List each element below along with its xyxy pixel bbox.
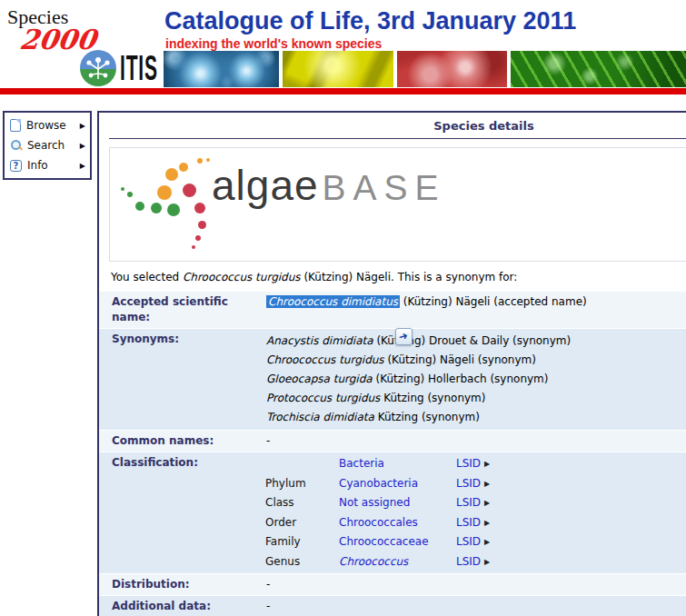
rank-label: Order <box>254 515 339 531</box>
row-label: Additional data: <box>99 596 254 616</box>
logo-dot <box>195 235 201 241</box>
lsid-arrow-icon: ▶ <box>484 476 490 492</box>
itis-globe-plant-icon <box>80 50 116 86</box>
submenu-arrow-icon: ▶ <box>80 142 85 150</box>
taxon-link[interactable]: Bacteria <box>339 456 456 472</box>
sidebar-item-search[interactable]: Search ▶ <box>5 135 90 155</box>
species2000-logo[interactable]: Species 2000 <box>7 5 96 55</box>
logo-dot <box>179 163 188 172</box>
synonym-item: Chroococcus turgidus (Kützing) Nägeli (s… <box>266 351 686 370</box>
row-label: Classification: <box>99 452 254 573</box>
taxon-link[interactable]: Chroococcales <box>339 515 456 531</box>
distribution-value: - <box>254 574 686 595</box>
lsid-link[interactable]: LSID▶ <box>456 534 490 550</box>
classification-grid: Bacteria LSID▶ Phylum Cyanobacteria LSID… <box>254 452 686 573</box>
lsid-link[interactable]: LSID▶ <box>456 476 490 492</box>
common-names-row: Common names: - <box>99 431 686 452</box>
accepted-name-row: Accepted scientific name: Chroococcus di… <box>99 292 686 328</box>
lsid-link[interactable]: LSID▶ <box>456 554 490 570</box>
banner-photo-squid <box>397 51 507 87</box>
selection-summary: You selected Chroococcus turgidus (Kützi… <box>111 271 686 283</box>
plant-icon <box>85 55 112 82</box>
banner-photo-plankton <box>164 51 279 87</box>
rank-label: Genus <box>254 554 339 570</box>
row-label: Accepted scientific name: <box>99 292 254 328</box>
synonyms-list: ➜ Anacystis dimidiata (Kützing) Drouet &… <box>254 329 686 430</box>
lsid-arrow-icon: ▶ <box>484 554 490 570</box>
intro-suffix: (Kützing) Nägeli. This is a synonym for: <box>301 271 518 283</box>
lsid-arrow-icon: ▶ <box>484 456 490 472</box>
classification-phylum-row: Phylum Cyanobacteria LSID▶ <box>254 474 686 494</box>
logo-dot <box>197 158 203 164</box>
panel-header: Species details <box>109 113 686 139</box>
highlighted-species-name[interactable]: Chroococcus dimidiatus <box>266 295 400 308</box>
row-label: Distribution: <box>99 574 254 595</box>
sidebar-item-label: Browse <box>26 119 80 132</box>
algaebase-logo[interactable]: algae BASE <box>109 147 686 262</box>
magnifier-icon <box>10 139 22 152</box>
logo-dot <box>135 202 144 211</box>
distribution-row: Distribution: - <box>99 574 686 595</box>
rank-label: Family <box>254 534 339 550</box>
common-names-value: - <box>254 431 686 452</box>
question-icon: ? <box>10 160 22 172</box>
catalogue-of-life-page: Species 2000 ITIS Catalogue of Life, 3rd… <box>0 0 686 616</box>
additional-data-row: Additional data: - <box>99 596 686 616</box>
logo-dot <box>167 204 180 216</box>
taxon-link[interactable]: Chroococcaceae <box>339 534 456 550</box>
page-tagline: indexing the world's known species <box>165 36 382 51</box>
classification-family-row: Family Chroococcaceae LSID▶ <box>254 532 686 552</box>
logo-dot <box>151 203 162 214</box>
taxon-link[interactable]: Not assigned <box>339 495 456 511</box>
logo-text-algae: algae <box>212 161 319 210</box>
logo-dot <box>198 221 206 229</box>
document-icon <box>10 119 21 132</box>
logo-dot <box>206 158 210 162</box>
synonyms-row: Synonyms: ➜ Anacystis dimidiata (Kützing… <box>99 329 686 430</box>
submenu-arrow-icon: ▶ <box>80 122 85 130</box>
itis-logo[interactable]: ITIS <box>80 50 169 86</box>
taxon-link[interactable]: Cyanobacteria <box>339 476 456 492</box>
sidebar-menu: Browse ▶ Search ▶ ? Info ▶ <box>3 111 92 180</box>
logo-dot <box>194 203 205 214</box>
submenu-arrow-icon: ▶ <box>80 162 85 170</box>
synonym-item: Trochiscia dimidiata Kützing (synonym) <box>266 408 686 427</box>
selected-species-name: Chroococcus turgidus <box>183 271 301 283</box>
classification-order-row: Order Chroococcales LSID▶ <box>254 513 686 533</box>
synonym-item: Protococcus turgidus Kützing (synonym) <box>266 389 686 408</box>
accepted-name-value: Chroococcus dimidiatus (Kützing) Nägeli … <box>254 292 686 328</box>
accelerator-icon[interactable]: ➜ <box>395 328 413 345</box>
header-divider-bar <box>0 88 686 94</box>
banner-photo-butterfly <box>283 51 393 87</box>
lsid-link[interactable]: LSID▶ <box>456 495 490 511</box>
taxon-link[interactable]: Chroococcus <box>339 554 456 570</box>
additional-data-value: - <box>254 596 686 616</box>
logo-text-base: BASE <box>323 168 446 208</box>
sidebar-item-browse[interactable]: Browse ▶ <box>5 115 90 135</box>
page-title: Catalogue of Life, 3rd January 2011 <box>164 7 576 35</box>
species-details-table: Accepted scientific name: Chroococcus di… <box>99 292 686 616</box>
lsid-arrow-icon: ▶ <box>484 534 490 550</box>
species-details-panel: Species details algae BASE You select <box>97 111 686 616</box>
sidebar-item-label: Search <box>27 139 80 152</box>
classification-class-row: Class Not assigned LSID▶ <box>254 493 686 513</box>
sidebar-item-info[interactable]: ? Info ▶ <box>5 155 90 175</box>
rank-label: Class <box>254 495 339 511</box>
logo-dot <box>157 185 172 200</box>
lsid-link[interactable]: LSID▶ <box>456 456 490 472</box>
lsid-arrow-icon: ▶ <box>484 495 490 511</box>
sidebar-item-label: Info <box>27 159 80 172</box>
panel-title: Species details <box>433 119 534 133</box>
logo-dot <box>127 192 133 197</box>
synonym-item: Anacystis dimidiata (Kützing) Drouet & D… <box>266 332 686 351</box>
itis-wordmark: ITIS <box>120 48 158 89</box>
classification-genus-row: Genus Chroococcus LSID▶ <box>254 552 686 572</box>
logo-dot <box>183 184 196 197</box>
lsid-link[interactable]: LSID▶ <box>456 515 490 531</box>
algaebase-wordmark: algae BASE <box>212 161 446 210</box>
banner-photo-leaf <box>511 51 686 87</box>
intro-prefix: You selected <box>111 271 183 283</box>
logo-dot <box>192 245 195 249</box>
logo-dot <box>165 168 178 181</box>
row-label: Common names: <box>99 431 254 452</box>
